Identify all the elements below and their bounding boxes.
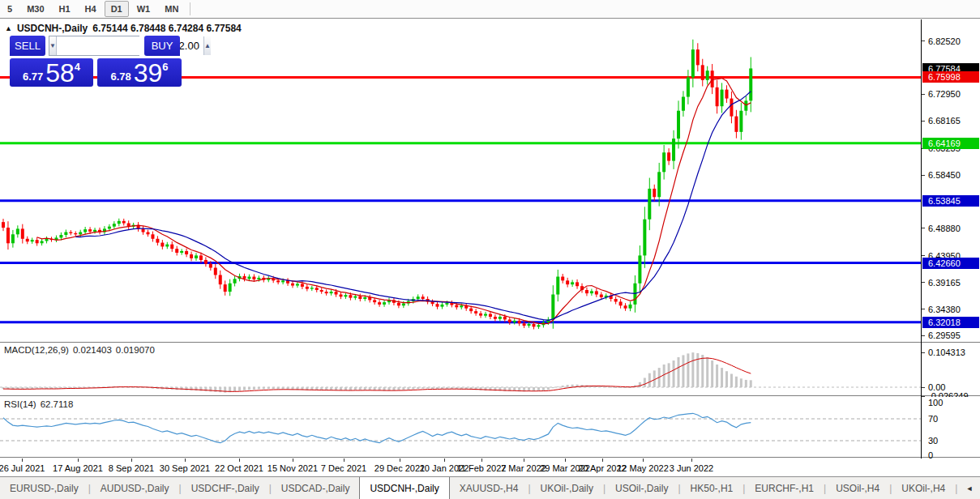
price-axis: 6.825206.729506.681656.632356.584506.488… (922, 19, 980, 341)
price-tick-label: 6.29595 (928, 331, 961, 340)
price-level-label: 6.53845 (922, 195, 979, 207)
chart-tab-xauusd-h4[interactable]: XAUUSD-,H4 (450, 477, 529, 499)
volume-spinner: ▼ ▲ (49, 36, 139, 56)
date-label: 29 Dec 2021 (374, 463, 425, 473)
chart-tab-usdcnh-daily[interactable]: USDCNH-,Daily (359, 477, 449, 499)
chart-tab-hk50-h1[interactable]: HK50-,H1 (681, 477, 743, 499)
rsi-axis-label: 70 (928, 414, 938, 424)
macd-tick-mark (922, 387, 925, 388)
chart-tab-eurchf-h1[interactable]: EURCHF-,H1 (745, 477, 824, 499)
price-tick-label: 6.58450 (928, 170, 961, 180)
price-tick-mark (922, 255, 925, 256)
price-tick-mark (922, 94, 925, 95)
rsi-panel[interactable]: RSI(14)62.7118 (0, 397, 922, 458)
buy-price-small: 6.78 (110, 70, 131, 83)
timeframe-toolbar: 5M30H1H4D1W1MN (0, 0, 980, 19)
date-tick-mark (78, 458, 79, 462)
date-label: 30 Sep 2021 (160, 463, 210, 473)
timeframe-button-m30[interactable]: M30 (20, 1, 50, 17)
rsi-axis-label: 100 (928, 398, 943, 407)
buy-price-box[interactable]: 6.78 39 6 (97, 58, 182, 87)
date-tick-mark (691, 458, 692, 462)
date-label: 12 May 2022 (617, 463, 669, 473)
date-tick-mark (400, 458, 400, 462)
price-level-label: 6.75998 (922, 71, 979, 83)
date-tick-mark (22, 458, 23, 462)
date-tick-mark (444, 458, 445, 462)
sell-price-sup: 4 (75, 61, 80, 73)
toolbar-separator (190, 2, 190, 15)
date-tick-mark (524, 458, 524, 462)
chart-tab-ukoil-h4[interactable]: UKOil-,H4 (892, 477, 955, 499)
price-tick-mark (922, 41, 925, 41)
price-tick-mark (922, 121, 925, 122)
timeframe-button-5[interactable]: 5 (1, 1, 19, 17)
date-label: 26 Jul 2021 (0, 463, 45, 473)
chart-tab-usdchf-daily[interactable]: USDCHF-,Daily (182, 477, 269, 499)
price-tick-mark (922, 228, 925, 228)
price-level-label: 6.64169 (922, 138, 979, 149)
tab-scroll-left-icon[interactable]: ◄ (965, 484, 973, 493)
timeframe-button-h4[interactable]: H4 (79, 1, 103, 17)
timeframe-button-h1[interactable]: H1 (53, 1, 77, 17)
one-click-trade-panel: SELL ▼ ▲ BUY 6.77 58 4 6.78 39 6 (10, 36, 182, 87)
buy-price-sup: 6 (162, 61, 168, 73)
chart-tab-audusd-daily[interactable]: AUDUSD-,Daily (91, 477, 179, 499)
sell-button[interactable]: SELL (10, 36, 45, 56)
price-tick-label: 6.34380 (928, 305, 961, 314)
date-tick-mark (239, 458, 240, 462)
date-label: 17 Aug 2021 (53, 463, 103, 473)
chart-title: ▲ USDCNH-,Daily 6.75144 6.78448 6.74284 … (5, 23, 242, 34)
date-label: 8 Sep 2021 (109, 463, 154, 473)
price-level-label: 6.42660 (922, 258, 979, 269)
price-tick-label: 6.82520 (928, 36, 961, 46)
macd-label: MACD(12,26,9)0.0214030.019070 (4, 345, 155, 355)
volume-decrease-button[interactable]: ▼ (49, 36, 57, 55)
sell-price-box[interactable]: 6.77 58 4 (10, 58, 93, 87)
axis-separator-line (921, 19, 922, 458)
date-tick-mark (481, 458, 482, 462)
date-tick-mark (565, 458, 566, 462)
date-label: 11 Feb 2022 (457, 463, 507, 473)
sell-price-small: 6.77 (23, 70, 43, 83)
sell-price-big: 58 (45, 61, 75, 85)
price-tick-mark (922, 175, 925, 176)
rsi-axis: 10070300 (922, 397, 980, 458)
macd-panel[interactable]: MACD(12,26,9)0.0214030.019070 (0, 342, 922, 396)
chart-tab-usoil-daily[interactable]: USOil-,Daily (606, 477, 678, 499)
macd-axis-label: 0.104313 (928, 348, 965, 357)
volume-input[interactable] (57, 36, 203, 55)
chart-tab-eurusd-daily[interactable]: EURUSD-,Daily (0, 477, 88, 499)
price-level-label: 6.32018 (922, 317, 979, 328)
main-chart-panel[interactable]: ▲ USDCNH-,Daily 6.75144 6.78448 6.74284 … (0, 19, 922, 341)
chart-tab-usdcad-daily[interactable]: USDCAD-,Daily (272, 477, 360, 499)
price-tick-mark (922, 282, 925, 283)
buy-price-big: 39 (134, 61, 163, 85)
chart-tab-bar: EURUSD-,Daily|AUDUSD-,Daily|USDCHF-,Dail… (0, 476, 980, 499)
date-tick-mark (293, 458, 293, 462)
macd-tick-mark (922, 352, 925, 353)
time-axis: 26 Jul 202117 Aug 20218 Sep 202130 Sep 2… (0, 458, 980, 476)
chart-tab-usoil-h4[interactable]: USOil-,H4 (826, 477, 889, 499)
rsi-label: RSI(14)62.7118 (4, 399, 73, 409)
chart-symbol-label: USDCNH-,Daily (17, 23, 88, 34)
timeframe-button-mn[interactable]: MN (158, 1, 185, 17)
volume-increase-button[interactable]: ▲ (203, 36, 211, 55)
rsi-axis-label: 30 (928, 436, 938, 446)
date-tick-mark (131, 458, 132, 462)
price-tick-label: 6.39165 (928, 278, 961, 288)
price-tick-mark (922, 309, 925, 309)
buy-button[interactable]: BUY (144, 36, 180, 56)
date-tick-mark (602, 458, 603, 462)
collapse-triangle-icon[interactable]: ▲ (5, 24, 12, 32)
price-tick-label: 6.48880 (928, 224, 961, 233)
chart-tab-ukoil-daily[interactable]: UKOil-,Daily (531, 477, 603, 499)
timeframe-button-w1[interactable]: W1 (131, 1, 157, 17)
date-tick-mark (185, 458, 186, 462)
price-tick-label: 6.72950 (928, 89, 961, 99)
timeframe-button-d1[interactable]: D1 (105, 1, 129, 17)
date-label: 22 Oct 2021 (215, 463, 263, 473)
price-tick-label: 6.68165 (928, 116, 961, 126)
trading-terminal-window: 5M30H1H4D1W1MN ▲ USDCNH-,Daily 6.75144 6… (0, 0, 980, 499)
chart-ohlc-values: 6.75144 6.78448 6.74284 6.77584 (92, 23, 242, 34)
